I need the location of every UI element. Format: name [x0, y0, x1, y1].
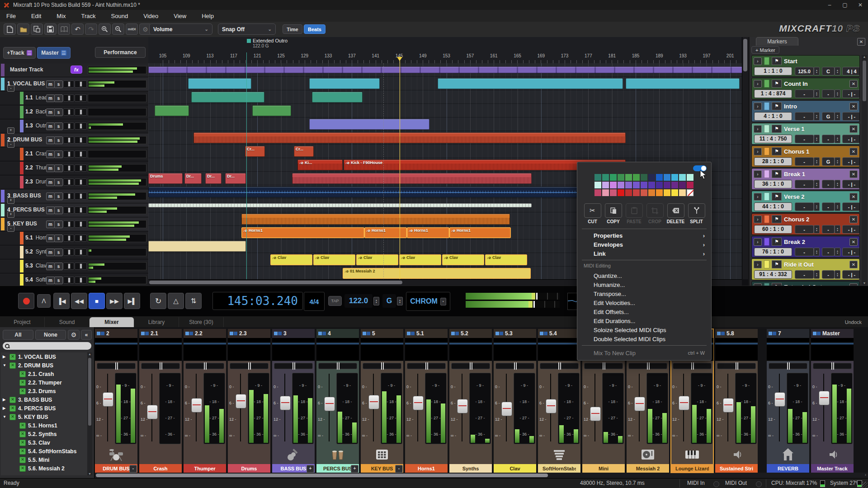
- tree-checkbox[interactable]: ✕: [19, 457, 26, 463]
- strip-fader-handle[interactable]: [413, 396, 424, 410]
- marker-card[interactable]: › ⚑ Chorus 1 ✕ 28 : 1 : 0 - ▲▼ G ▲▼ - | …: [751, 145, 860, 167]
- color-swatch[interactable]: [664, 189, 670, 196]
- marker-delete-button[interactable]: ✕: [849, 125, 858, 133]
- marker-key-field[interactable]: G: [822, 157, 835, 166]
- filter-settings-button[interactable]: ⚙: [68, 330, 80, 340]
- tree-checkbox[interactable]: ✕: [9, 397, 16, 403]
- marker-name[interactable]: Start: [784, 58, 797, 65]
- solo-button[interactable]: s: [54, 94, 63, 102]
- zoom-in-icon[interactable]: [99, 23, 111, 35]
- strip-name-label[interactable]: Drums: [228, 464, 270, 473]
- strip-fader-handle[interactable]: [723, 398, 734, 413]
- add-marker-button[interactable]: + Marker: [751, 46, 779, 54]
- solo-button[interactable]: s: [54, 150, 63, 158]
- volume-slider[interactable]: [75, 136, 87, 144]
- strip-automation-lane[interactable]: [405, 338, 448, 361]
- marker-tempo-spinner[interactable]: ▲▼: [814, 248, 820, 256]
- strip-pan-slider[interactable]: [767, 361, 809, 371]
- snap-dropdown[interactable]: Snap Off⌄: [218, 23, 276, 35]
- tree-scrollbar[interactable]: ▲ ▼: [87, 352, 92, 475]
- tree-checkbox[interactable]: ✕: [19, 465, 26, 472]
- strip-pan-slider[interactable]: [361, 361, 403, 371]
- marker-key-spinner[interactable]: ▲▼: [835, 225, 840, 234]
- strip-instrument-icon[interactable]: [361, 445, 403, 464]
- pan-slider[interactable]: [63, 164, 74, 172]
- strip-instrument-icon[interactable]: [95, 445, 137, 464]
- solo-button[interactable]: s: [54, 108, 63, 116]
- color-swatch[interactable]: [679, 182, 686, 188]
- automation-type-dropdown[interactable]: Volume⌄: [149, 23, 212, 35]
- audio-clip[interactable]: [241, 214, 510, 225]
- pan-slider[interactable]: [63, 263, 74, 270]
- strip-pan-slider[interactable]: [627, 361, 669, 371]
- track-expand-badge[interactable]: +: [7, 127, 14, 134]
- midi-clip[interactable]: ♪⊘ Clav: [356, 254, 398, 265]
- marker-time-field[interactable]: 4 : 1 : 0: [754, 112, 792, 121]
- mute-button[interactable]: m: [46, 108, 55, 116]
- marker-expand-button[interactable]: ›: [754, 216, 762, 223]
- solo-button[interactable]: s: [54, 178, 63, 186]
- audio-clip[interactable]: [148, 187, 626, 197]
- marker-signature-field[interactable]: - | -: [842, 270, 860, 279]
- track-expand-badge[interactable]: +: [7, 197, 14, 204]
- pan-slider[interactable]: [63, 94, 74, 102]
- mute-button[interactable]: m: [46, 192, 55, 200]
- tree-checkbox[interactable]: ✕: [19, 380, 26, 386]
- marker-card[interactable]: › ⚑ Extended Outro ✕: [751, 281, 860, 286]
- tree-expand-arrow[interactable]: ▶: [3, 355, 7, 359]
- mixer-strip[interactable]: 5 0 -6 -12 -∞ - - 9 -- 18 -- 27 -- 36 - …: [361, 329, 403, 473]
- marker-time-field[interactable]: 28 : 1 : 0: [754, 157, 792, 166]
- tree-checkbox[interactable]: ✕: [9, 405, 16, 412]
- strip-group-badge[interactable]: -: [129, 465, 137, 473]
- tree-item[interactable]: ✕ 2.1. Crash: [1, 370, 88, 378]
- mixer-hscrollbar[interactable]: ›: [95, 473, 868, 478]
- marker-signature-field[interactable]: - | -: [842, 89, 860, 98]
- mixer-strip[interactable]: 5.4 0 -6 -12 -∞ - - 9 -- 18 -- 27 -- 36 …: [538, 329, 580, 473]
- color-swatch[interactable]: [594, 174, 601, 181]
- marker-color-swatch[interactable]: [764, 260, 769, 268]
- marker-tempo-field[interactable]: -: [795, 270, 814, 279]
- tree-checkbox[interactable]: ✕: [19, 422, 26, 429]
- marker-key-field[interactable]: -: [822, 270, 835, 279]
- color-swatch[interactable]: [625, 182, 632, 188]
- marker-tempo-spinner[interactable]: ▲▼: [814, 225, 820, 234]
- strip-pan-slider[interactable]: [405, 361, 448, 371]
- track-row[interactable]: -2DRUM BUSms: [0, 133, 148, 147]
- mute-button[interactable]: m: [46, 277, 55, 284]
- marker-time-field[interactable]: 1 : 4 : 874: [754, 89, 792, 98]
- context-action-crop[interactable]: CROP: [645, 203, 665, 224]
- volume-slider[interactable]: [75, 235, 87, 242]
- volume-slider[interactable]: [75, 277, 87, 284]
- strip-automation-lane[interactable]: [95, 338, 137, 361]
- pan-slider[interactable]: [63, 221, 74, 228]
- track-row[interactable]: Master Trackfx: [0, 63, 148, 77]
- tree-checkbox[interactable]: ✕: [19, 440, 26, 446]
- strip-automation-lane[interactable]: [811, 338, 854, 361]
- volume-slider[interactable]: [75, 80, 87, 88]
- mute-button[interactable]: m: [46, 164, 55, 172]
- marker-time-field[interactable]: 11 : 4 : 750: [754, 135, 792, 143]
- color-swatch[interactable]: [625, 189, 632, 196]
- track-row[interactable]: +1.3OutroLalams: [0, 119, 148, 133]
- track-row[interactable]: -5KEY BUSms: [0, 217, 148, 231]
- mixer-strip[interactable]: 3 0 -6 -12 -∞ - - 9 -- 18 -- 27 -- 36 - …: [272, 329, 315, 473]
- midi-clip[interactable]: ♪⊘ Ki...: [297, 160, 343, 170]
- punch-io-button[interactable]: ⇅: [185, 293, 202, 309]
- zoom-out-icon[interactable]: [112, 23, 124, 35]
- audio-clip[interactable]: [312, 92, 363, 103]
- marker-expand-button[interactable]: ›: [754, 261, 762, 268]
- color-swatch[interactable]: [641, 189, 647, 196]
- tree-item[interactable]: ✕ 5.3. Clav: [1, 438, 88, 447]
- strip-pan-slider[interactable]: [449, 361, 492, 371]
- mixer-strip[interactable]: 2.1 0 -6 -12 -∞ - - 9 -- 18 -- 27 -- 36 …: [139, 329, 182, 473]
- track-row[interactable]: 5.3Clavms: [0, 259, 148, 273]
- strip-name-label[interactable]: DRUM BUS-: [95, 464, 137, 473]
- color-swatch[interactable]: [656, 174, 663, 181]
- mute-button[interactable]: m: [46, 150, 55, 158]
- new-project-icon[interactable]: [4, 23, 16, 35]
- audio-clip[interactable]: [438, 78, 623, 89]
- strip-header[interactable]: 5.3: [494, 329, 536, 338]
- resize-grip[interactable]: [861, 482, 868, 488]
- marker-key-spinner[interactable]: ▲▼: [835, 112, 840, 121]
- menu-item-envelopes[interactable]: Envelopes›: [577, 240, 711, 249]
